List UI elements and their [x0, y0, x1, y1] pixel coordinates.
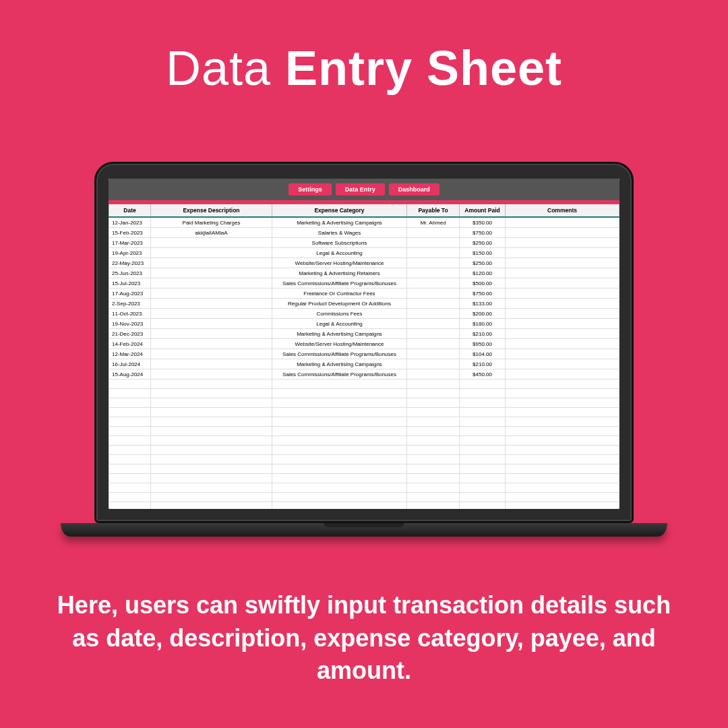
data-table[interactable]: Date Expense Description Expense Categor… [109, 204, 619, 509]
cell-cat[interactable]: Marketing & Advertising Campaigns [272, 217, 407, 228]
cell-cat[interactable]: Software Subscriptions [272, 238, 407, 248]
cell-date[interactable]: 16-Jul-2024 [109, 359, 151, 369]
table-row-empty[interactable] [109, 483, 619, 493]
cell-date[interactable]: 12-Mar-2024 [109, 349, 151, 359]
cell-date[interactable]: 15-Aug-2024 [109, 369, 151, 380]
cell-desc[interactable] [151, 359, 272, 369]
col-header-payto[interactable]: Payable To [407, 204, 460, 217]
table-row[interactable]: 15-Jul-2023Sales Commissions/Affiliate P… [109, 278, 619, 289]
cell-desc[interactable] [151, 349, 272, 359]
table-row-empty[interactable] [109, 417, 619, 427]
cell-payto[interactable] [407, 238, 460, 248]
cell-cat[interactable]: Regular Product Development Or Additions [272, 299, 407, 309]
cell-payto[interactable] [407, 258, 460, 268]
table-row[interactable]: 11-Oct-2023Commissions Fees$200.00 [109, 309, 619, 319]
col-header-date[interactable]: Date [109, 204, 151, 217]
cell-cat[interactable]: Marketing & Advertising Campaigns [272, 359, 407, 369]
table-row-empty[interactable] [109, 464, 619, 474]
cell-payto[interactable] [407, 319, 460, 329]
table-row-empty[interactable] [109, 427, 619, 436]
cell-amount[interactable]: $750.00 [460, 228, 506, 238]
cell-date[interactable]: 19-Nov-2023 [109, 319, 151, 329]
cell-amount[interactable]: $120.00 [460, 268, 506, 278]
cell-payto[interactable] [407, 268, 460, 278]
cell-comm[interactable] [506, 278, 619, 289]
col-header-cat[interactable]: Expense Category [272, 204, 407, 217]
cell-desc[interactable] [151, 238, 272, 248]
table-row[interactable]: 22-May-2023Website/Server Hosting/Mainte… [109, 258, 619, 268]
cell-desc[interactable] [151, 319, 272, 329]
cell-desc[interactable] [151, 268, 272, 278]
cell-desc[interactable] [151, 369, 272, 380]
cell-amount[interactable]: $210.00 [460, 329, 506, 339]
cell-cat[interactable]: Freelance Or Contractor Fees [272, 289, 407, 299]
cell-amount[interactable]: $250.00 [460, 258, 506, 268]
table-row[interactable]: 16-Jul-2024Marketing & Advertising Campa… [109, 359, 619, 369]
table-row-empty[interactable] [109, 493, 619, 502]
table-row[interactable]: 12-Jan-2023Paid Marketing ChargesMarketi… [109, 217, 619, 228]
table-row[interactable]: 12-Mar-2024Sales Commissions/Affiliate P… [109, 349, 619, 359]
cell-comm[interactable] [506, 217, 619, 228]
table-row-empty[interactable] [109, 474, 619, 483]
tab-data-entry[interactable]: Data Entry [336, 183, 385, 195]
cell-payto[interactable]: Mr. Ahmed [407, 217, 460, 228]
cell-comm[interactable] [506, 289, 619, 299]
table-row-empty[interactable] [109, 380, 619, 389]
cell-payto[interactable] [407, 299, 460, 309]
cell-cat[interactable]: Legal & Accounting [272, 248, 407, 258]
cell-amount[interactable]: $250.00 [460, 238, 506, 248]
cell-amount[interactable]: $180.00 [460, 319, 506, 329]
cell-amount[interactable]: $104.00 [460, 349, 506, 359]
cell-amount[interactable]: $210.00 [460, 359, 506, 369]
cell-date[interactable]: 12-Jan-2023 [109, 217, 151, 228]
cell-payto[interactable] [407, 309, 460, 319]
cell-comm[interactable] [506, 228, 619, 238]
cell-payto[interactable] [407, 339, 460, 349]
col-header-amount[interactable]: Amount Paid [460, 204, 506, 217]
cell-desc[interactable]: akkjlalIAMlaA [151, 228, 272, 238]
cell-payto[interactable] [407, 248, 460, 258]
cell-comm[interactable] [506, 258, 619, 268]
tab-dashboard[interactable]: Dashboard [389, 183, 439, 195]
table-row-empty[interactable] [109, 389, 619, 398]
cell-date[interactable]: 2-Sep-2023 [109, 299, 151, 309]
cell-comm[interactable] [506, 238, 619, 248]
cell-desc[interactable]: Paid Marketing Charges [151, 217, 272, 228]
cell-date[interactable]: 15-Jul-2023 [109, 278, 151, 289]
table-row-empty[interactable] [109, 436, 619, 446]
cell-date[interactable]: 17-Aug-2023 [109, 289, 151, 299]
col-header-comm[interactable]: Comments [506, 204, 619, 217]
cell-desc[interactable] [151, 299, 272, 309]
table-row[interactable]: 15-Aug-2024Sales Commissions/Affiliate P… [109, 369, 619, 380]
cell-comm[interactable] [506, 339, 619, 349]
cell-cat[interactable]: Salaries & Wages [272, 228, 407, 238]
cell-payto[interactable] [407, 278, 460, 289]
cell-desc[interactable] [151, 278, 272, 289]
table-row[interactable]: 17-Mar-2023Software Subscriptions$250.00 [109, 238, 619, 248]
tab-settings[interactable]: Settings [289, 183, 332, 195]
cell-payto[interactable] [407, 359, 460, 369]
table-row[interactable]: 19-Nov-2023Legal & Accounting$180.00 [109, 319, 619, 329]
table-row-empty[interactable] [109, 446, 619, 455]
cell-comm[interactable] [506, 268, 619, 278]
cell-comm[interactable] [506, 369, 619, 380]
table-row-empty[interactable] [109, 455, 619, 464]
cell-date[interactable]: 25-Jun-2023 [109, 268, 151, 278]
cell-desc[interactable] [151, 329, 272, 339]
cell-cat[interactable]: Marketing & Advertising Retainers [272, 268, 407, 278]
table-row[interactable]: 15-Feb-2023akkjlalIAMlaASalaries & Wages… [109, 228, 619, 238]
cell-amount[interactable]: $950.00 [460, 339, 506, 349]
cell-payto[interactable] [407, 228, 460, 238]
cell-date[interactable]: 14-Feb-2024 [109, 339, 151, 349]
cell-desc[interactable] [151, 248, 272, 258]
cell-cat[interactable]: Sales Commissions/Affiliate Programs/Bon… [272, 278, 407, 289]
cell-date[interactable]: 11-Oct-2023 [109, 309, 151, 319]
cell-comm[interactable] [506, 359, 619, 369]
table-row[interactable]: 21-Dec-2023Marketing & Advertising Campa… [109, 329, 619, 339]
table-row-empty[interactable] [109, 408, 619, 417]
cell-date[interactable]: 22-May-2023 [109, 258, 151, 268]
cell-cat[interactable]: Marketing & Advertising Campaigns [272, 329, 407, 339]
cell-desc[interactable] [151, 309, 272, 319]
table-row[interactable]: 14-Feb-2024Website/Server Hosting/Mainte… [109, 339, 619, 349]
cell-payto[interactable] [407, 289, 460, 299]
